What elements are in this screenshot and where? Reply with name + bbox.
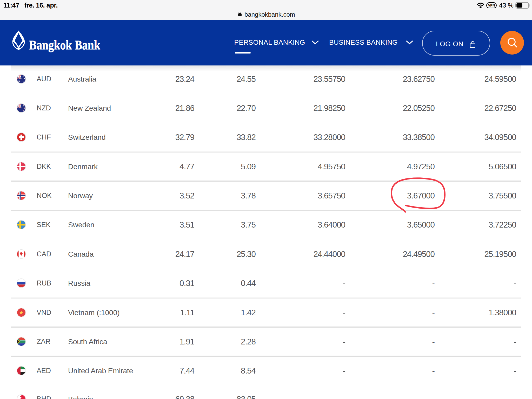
svg-text:VPN: VPN xyxy=(488,3,495,7)
